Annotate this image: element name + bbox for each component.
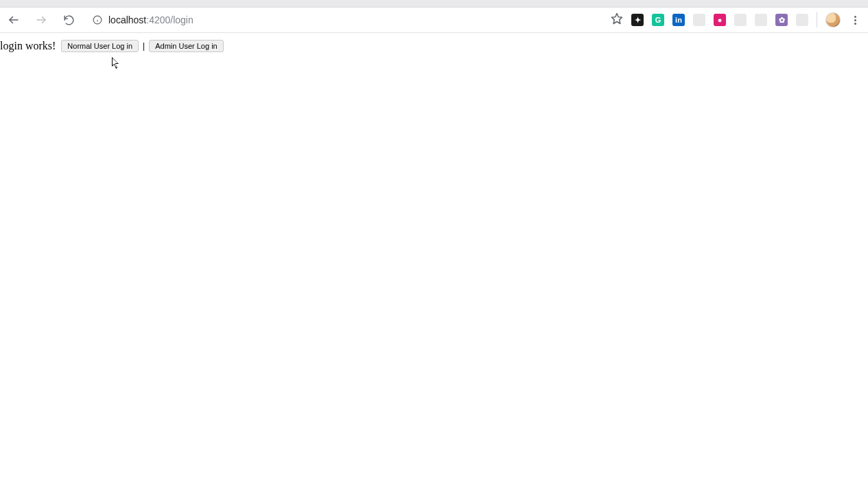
extension-5-icon[interactable]: ● — [714, 14, 726, 26]
browser-menu-button[interactable] — [849, 14, 861, 26]
url-text: localhost:4200/login — [108, 14, 193, 25]
extension-6-icon[interactable] — [734, 14, 747, 26]
profile-avatar[interactable] — [825, 12, 841, 27]
login-row: login works! Normal User Log in | Admin … — [0, 40, 868, 52]
svg-marker-5 — [612, 14, 622, 24]
login-works-text: login works! — [0, 40, 56, 52]
extension-4-icon[interactable] — [693, 14, 705, 26]
bookmark-star-icon[interactable] — [611, 12, 623, 27]
browser-tabstrip — [0, 0, 868, 8]
extension-9-icon[interactable] — [796, 14, 808, 26]
grammarly-icon[interactable]: G — [652, 14, 664, 26]
site-info-icon[interactable] — [92, 14, 103, 25]
url-host: localhost — [108, 14, 146, 25]
arrow-right-icon — [35, 14, 47, 26]
arrow-left-icon — [8, 14, 20, 26]
admin-user-login-button[interactable]: Admin User Log in — [149, 40, 224, 52]
toolbar-divider — [817, 12, 817, 27]
extension-1-icon[interactable]: ✦ — [631, 14, 644, 26]
normal-user-login-button[interactable]: Normal User Log in — [61, 40, 139, 52]
button-separator: | — [143, 41, 145, 51]
extension-7-icon[interactable] — [755, 14, 767, 26]
linkedin-icon[interactable]: in — [672, 14, 685, 26]
extension-8-icon[interactable]: ✿ — [775, 14, 788, 26]
browser-toolbar: localhost:4200/login ✦Gin●✿ — [0, 8, 868, 33]
forward-button[interactable] — [32, 10, 51, 30]
url-path: :4200/login — [146, 14, 193, 25]
toolbar-right: ✦Gin●✿ — [611, 12, 864, 27]
reload-icon — [63, 14, 75, 26]
page-content: login works! Normal User Log in | Admin … — [0, 33, 868, 52]
reload-button[interactable] — [59, 10, 78, 30]
back-button[interactable] — [4, 10, 23, 30]
address-bar[interactable]: localhost:4200/login — [86, 10, 602, 30]
